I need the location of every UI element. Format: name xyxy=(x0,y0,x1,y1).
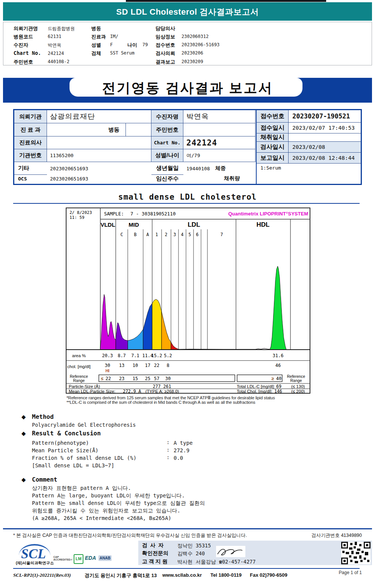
comment-line: Pattern B는 small dense LDL이 우세한 type으로 심… xyxy=(32,500,205,507)
signature-image xyxy=(216,546,245,557)
area-value: 15.2 xyxy=(151,353,162,358)
result-note: [Small dense LDL = LDL3~7] xyxy=(32,462,114,468)
order-label: 진료의사 xyxy=(14,136,47,149)
order-value: 2023020651693 xyxy=(47,175,151,183)
colon: : xyxy=(166,454,169,460)
info-label-age: 나이 xyxy=(127,42,137,48)
order-label: 채취일시 xyxy=(257,133,289,142)
qr-code xyxy=(341,542,370,564)
figure-footnote-2: **LDL-C is comprised of the sum of chole… xyxy=(67,400,255,405)
comment-line: (A ≥268A, 265A < Intermediate <268A, B≤2… xyxy=(32,515,171,521)
subband-label: 1 xyxy=(156,232,158,237)
top-scan-strip xyxy=(126,0,326,2)
signature-bg xyxy=(216,546,245,557)
area-value: 7.1 xyxy=(131,353,139,358)
staff-value: 김백수 240 xyxy=(177,550,205,557)
band-label-hdl: HDL xyxy=(257,221,270,228)
info-label: 병원코드 xyxy=(14,33,33,40)
mean-size-note: (TYPE A; ≥268.0) xyxy=(145,389,179,394)
report-header-bar: SD LDL Cholesterol 검사결과보고서 xyxy=(3,2,372,21)
order-value: 242124 xyxy=(183,136,256,149)
order-label: 진 료 과 xyxy=(14,123,47,136)
figure-border xyxy=(66,208,310,393)
patient-info-box: 의뢰기관명 드림종합병원 병원코드 62131 수진자 박연옥 Chart No… xyxy=(3,22,372,65)
info-value: 242124 xyxy=(48,51,64,56)
order-value: 삼광의료재단 xyxy=(47,110,151,123)
info-value: 20230206 xyxy=(181,50,203,56)
result-row-value: 272.9 xyxy=(174,447,189,453)
scl-logo: SCL (재)서울의과학연구소 xyxy=(16,544,65,567)
info-value: 62131 xyxy=(48,34,61,39)
info-label: 검체 xyxy=(91,50,101,57)
banner-title: 전기영동 검사결과 보고서 xyxy=(3,79,372,97)
order-value: 2023/02/08 12:48:44 xyxy=(289,153,361,164)
order-label: 주민번호 xyxy=(151,123,183,136)
info-value: F xyxy=(110,42,113,47)
scl-logo-subtext: (재)서울의과학연구소 xyxy=(16,561,54,566)
ref-value: 23 xyxy=(119,376,124,381)
comment-line: 상기환자 표현형은 pattern A 입니다. xyxy=(32,485,131,492)
sample-value: 7 - 303819052110 xyxy=(130,211,175,217)
order-value: 여/79 xyxy=(183,149,256,162)
serum-note-cell: 1:Serum xyxy=(257,164,361,184)
order-value: 병동 xyxy=(47,123,126,136)
footer-address: 경기도 용인시 기흥구 흥덕1로 13 xyxy=(85,572,157,579)
order-value: 박연옥 xyxy=(183,110,256,123)
band-label-mid: MID xyxy=(129,221,139,228)
order-label: OCS xyxy=(14,175,47,183)
chol-flag-hi: HI xyxy=(106,368,110,373)
curve-ldl1 xyxy=(152,299,162,350)
footer-top-rule xyxy=(3,528,372,529)
order-value: 11365200 xyxy=(47,149,151,162)
subband-label: 3 xyxy=(174,232,176,237)
lab-report-page: SD LDL Cholesterol 검사결과보고서 의뢰기관명 드림종합병원 … xyxy=(0,0,375,588)
area-value: 5.2 xyxy=(164,353,172,358)
result-row-value: A type xyxy=(174,440,193,446)
band-label-ldl: LDL xyxy=(188,221,200,228)
info-value: 드림종합병원 xyxy=(48,26,75,32)
info-label: 검사의뢰 xyxy=(156,50,175,57)
info-value: 440108-2 xyxy=(48,59,70,64)
result-row-label: Pattern(phenotype) xyxy=(32,440,89,446)
section-title-rule xyxy=(13,203,360,204)
order-value xyxy=(289,133,361,142)
order-label: 기타 xyxy=(14,162,47,175)
chol-value: 30 xyxy=(105,363,110,368)
ref-value: 57 xyxy=(154,376,159,381)
total-ldl-label: Total LDL-C [mg/dl]: xyxy=(237,384,275,389)
order-value: 2023020651693 xyxy=(47,162,151,175)
chol-value: 22 xyxy=(154,363,159,368)
info-value: 20230209 xyxy=(181,59,203,64)
order-label: 접수일시 xyxy=(257,123,289,133)
order-value: 2023/02/07 17:40:53 xyxy=(289,123,361,133)
method-body: Polyacrylamide Gel Electrophoresis xyxy=(32,422,136,428)
order-label: 보고일시 xyxy=(257,153,289,164)
subband-label: 4 xyxy=(181,232,184,237)
area-value: 31.6 xyxy=(273,353,284,358)
volume-label: 채취량 xyxy=(224,175,240,182)
order-value xyxy=(183,123,256,136)
footer-fax: Fax 02)790-6509 xyxy=(250,572,287,578)
mean-size-label: Mean LDL-Particle Size: xyxy=(69,389,115,394)
info-label: 성별 xyxy=(91,42,101,48)
order-label: Chart No. xyxy=(151,136,183,149)
staff-label: 확인전문의 xyxy=(142,550,168,557)
weight-label: 체중 xyxy=(210,165,226,172)
subband-label: 2 xyxy=(165,232,168,237)
info-value: 2302060312 xyxy=(181,34,209,39)
ref-value: 25 xyxy=(145,376,150,381)
info-label: 수진자 xyxy=(14,42,28,48)
order-label: 검사일시 xyxy=(257,142,289,153)
info-label: 접수번호 xyxy=(156,42,175,48)
info-value: SST Serum xyxy=(110,50,135,56)
order-label: 성별/나이 xyxy=(151,149,183,162)
colon: : xyxy=(166,447,169,453)
info-label: 결과보고 xyxy=(156,59,175,65)
ref-value: 22 xyxy=(106,376,111,381)
gte-symbol: ≥ xyxy=(272,376,274,381)
order-value xyxy=(47,136,151,149)
page-number: Page 1 of 1 xyxy=(339,570,362,575)
order-value: 20230207-190521 xyxy=(289,110,361,123)
total-chol-ref: (≤ 200) xyxy=(291,389,305,394)
staff-value: 박사현 서울강남 ☎02-457-4277 xyxy=(177,559,256,565)
